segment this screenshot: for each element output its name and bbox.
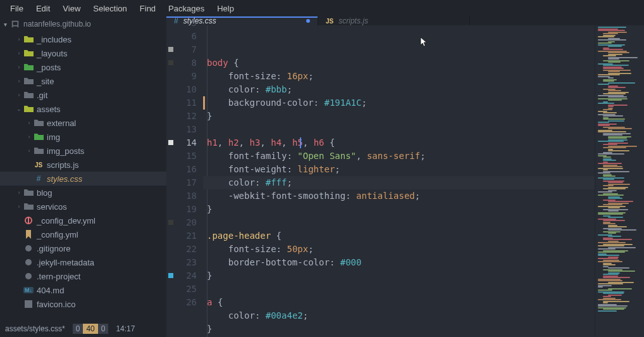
tree-item--jekyll-metadata[interactable]: .jekyll-metadata <box>0 255 166 269</box>
tree-item-label: favicon.ico <box>37 300 75 309</box>
chevron-down-icon[interactable]: ⌄ <box>15 106 23 112</box>
tree-item-label: _config_dev.yml <box>37 216 96 226</box>
git-change-marker <box>203 96 205 110</box>
line-number[interactable]: 24 <box>175 269 197 283</box>
chevron-right-icon[interactable]: › <box>25 148 33 154</box>
line-number[interactable]: 5 <box>175 16 197 30</box>
tree-item-img-posts[interactable]: ›img_posts <box>0 144 166 158</box>
project-root-label: natanfelles.github.io <box>23 20 91 29</box>
menu-selection[interactable]: Selection <box>87 1 133 16</box>
tree-item-label: blog <box>37 188 53 198</box>
code-line[interactable]: font-family: "Open Sans", sans-serif; <box>203 149 595 163</box>
menu-help[interactable]: Help <box>211 1 240 16</box>
tree-item--gitignore[interactable]: .gitignore <box>0 241 166 255</box>
chevron-right-icon[interactable]: › <box>15 50 23 56</box>
css-icon: # <box>33 174 44 183</box>
tab-scripts-js[interactable]: JSscripts.js <box>318 16 470 25</box>
line-number[interactable]: 9 <box>175 70 197 83</box>
chevron-right-icon[interactable]: › <box>15 78 23 84</box>
tree-item-external[interactable]: ›external <box>0 116 166 130</box>
line-number[interactable]: 23 <box>175 256 197 269</box>
tree-item--git[interactable]: ›.git <box>0 88 166 102</box>
tree-item-404-md[interactable]: M↓404.md <box>0 283 166 297</box>
code-editor[interactable]: 567891011121314151617181920212223242526 … <box>166 25 644 337</box>
tree-item-blog[interactable]: ›blog <box>0 186 166 200</box>
code-line[interactable]: -webkit-font-smoothing: antialiased; <box>203 189 595 203</box>
menu-file[interactable]: File <box>4 1 30 16</box>
menu-edit[interactable]: Edit <box>30 1 56 16</box>
code-line[interactable]: border-bottom-color: #000 <box>203 256 595 269</box>
line-number[interactable]: 8 <box>175 56 197 70</box>
chevron-right-icon[interactable]: › <box>25 134 33 140</box>
tree-item-label: _site <box>37 77 54 86</box>
tree-item--layouts[interactable]: ›_layouts <box>0 46 166 60</box>
menu-find[interactable]: Find <box>133 1 162 16</box>
line-number[interactable]: 6 <box>175 30 197 43</box>
code-line[interactable]: color: #bbb; <box>203 83 595 96</box>
chevron-right-icon[interactable]: › <box>15 189 23 196</box>
line-number[interactable]: 12 <box>175 110 197 123</box>
menu-packages[interactable]: Packages <box>162 1 211 16</box>
code-line[interactable]: font-size: 16px; <box>203 70 595 83</box>
line-number[interactable]: 22 <box>175 243 197 256</box>
tree-item-assets[interactable]: ⌄assets <box>0 102 166 116</box>
line-number[interactable]: 16 <box>175 163 197 176</box>
line-number[interactable]: 14 <box>175 136 197 149</box>
line-number[interactable]: 26 <box>175 296 197 309</box>
code-line[interactable]: a { <box>203 296 595 309</box>
minimap[interactable] <box>595 25 644 337</box>
tree-item-styles-css[interactable]: #styles.css <box>0 172 166 186</box>
line-number[interactable]: 10 <box>175 83 197 96</box>
code-line[interactable]: font-size: 50px; <box>203 243 595 256</box>
code-line[interactable]: color: #00a4e2; <box>203 309 595 322</box>
code-line[interactable]: h1, h2, h3, h4, h5, h6 { <box>203 136 595 149</box>
yml-red-icon <box>23 217 34 224</box>
code-line[interactable]: } <box>203 110 595 123</box>
tree-item--site[interactable]: ›_site <box>0 74 166 88</box>
status-file-path[interactable]: assets/styles.css* <box>5 324 65 333</box>
chevron-right-icon[interactable]: › <box>25 120 33 126</box>
tree-item-favicon-ico[interactable]: favicon.ico <box>0 297 166 311</box>
menubar: FileEditViewSelectionFindPackagesHelp <box>0 0 644 16</box>
project-root[interactable]: ▾ natanfelles.github.io <box>0 16 166 32</box>
line-number[interactable]: 20 <box>175 216 197 229</box>
chevron-right-icon[interactable]: › <box>15 36 23 42</box>
code-line[interactable]: } <box>203 203 595 216</box>
tree-item--posts[interactable]: ›_posts <box>0 60 166 74</box>
code-content[interactable]: body { font-size: 16px; color: #bbb; bac… <box>203 25 595 337</box>
tree-item-scripts-js[interactable]: JSscripts.js <box>0 158 166 172</box>
line-number[interactable]: 15 <box>175 149 197 163</box>
status-diagnostics[interactable]: 0 40 0 <box>73 324 109 334</box>
chevron-right-icon[interactable]: › <box>15 203 23 210</box>
line-number[interactable]: 18 <box>175 189 197 203</box>
tree-item-servicos[interactable]: ›servicos <box>0 200 166 213</box>
code-line[interactable]: background-color: #191A1C; <box>203 96 595 110</box>
line-number[interactable]: 13 <box>175 123 197 136</box>
code-line[interactable]: .page-header { <box>203 229 595 243</box>
code-line[interactable]: color: #fff; <box>203 176 595 189</box>
folder-icon <box>33 119 44 127</box>
line-number[interactable]: 17 <box>175 176 197 189</box>
menu-view[interactable]: View <box>56 1 87 16</box>
chevron-right-icon[interactable]: › <box>15 92 23 98</box>
tree-item-img[interactable]: ›img <box>0 130 166 144</box>
tree-item-label: .git <box>37 91 47 100</box>
code-line[interactable] <box>203 123 595 136</box>
code-line[interactable] <box>203 216 595 229</box>
chevron-right-icon[interactable]: › <box>15 64 23 70</box>
tree-item--config-yml[interactable]: _config.yml <box>0 227 166 241</box>
code-line[interactable]: body { <box>203 56 595 70</box>
code-line[interactable]: } <box>203 269 595 283</box>
line-number[interactable]: 25 <box>175 283 197 296</box>
code-line[interactable]: } <box>203 322 595 336</box>
line-number[interactable]: 19 <box>175 203 197 216</box>
tree-item--tern-project[interactable]: .tern-project <box>0 269 166 283</box>
status-cursor-position[interactable]: 14:17 <box>116 324 135 333</box>
tree-item--includes[interactable]: ›_includes <box>0 32 166 46</box>
code-line[interactable]: font-weight: lighter; <box>203 163 595 176</box>
line-number[interactable]: 11 <box>175 96 197 110</box>
code-line[interactable] <box>203 283 595 296</box>
tree-item--config-dev-yml[interactable]: _config_dev.yml <box>0 213 166 227</box>
line-number[interactable]: 7 <box>175 43 197 56</box>
line-number[interactable]: 21 <box>175 229 197 243</box>
